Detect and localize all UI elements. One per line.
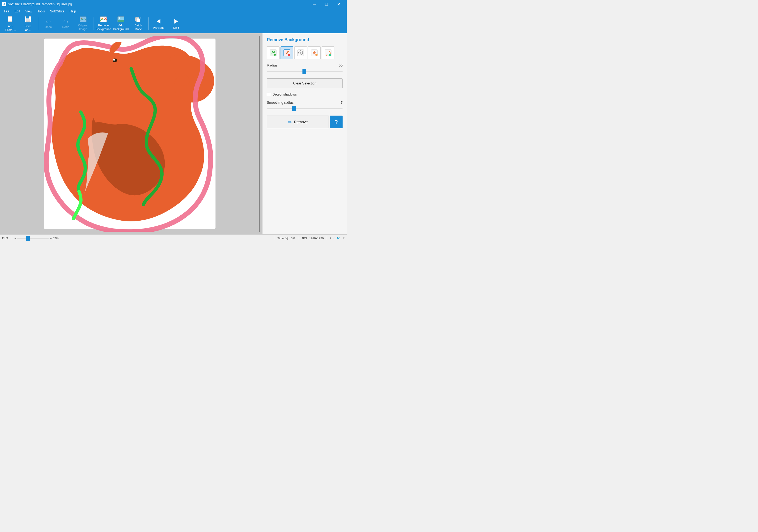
- svg-rect-4: [26, 17, 29, 18]
- zoom-slider[interactable]: [17, 236, 49, 240]
- help-button[interactable]: ?: [330, 116, 343, 128]
- status-right: Time (s): 0.0 JPG 1920x1920 ℹ f 🐦 ↗: [273, 236, 345, 240]
- previous-button[interactable]: Previous: [150, 15, 167, 32]
- next-button[interactable]: Next: [168, 15, 185, 32]
- facebook-icon[interactable]: f: [333, 237, 334, 240]
- next-icon: [173, 18, 179, 26]
- remove-area: ⇒ Remove ?: [267, 116, 343, 128]
- svg-rect-0: [8, 17, 12, 22]
- next-label: Next: [173, 26, 179, 29]
- window-title: SoftOrbits Background Remover - squirrel…: [8, 2, 72, 6]
- batch-mode-label: Batch Mode: [135, 24, 142, 31]
- original-image-label: Original Image: [78, 24, 88, 31]
- title-bar: S SoftOrbits Background Remover - squirr…: [0, 0, 347, 9]
- add-bg-label: Add Background: [113, 24, 129, 31]
- svg-point-30: [300, 52, 301, 53]
- view-mode-icons: ⊡ ⊞: [2, 236, 8, 240]
- radius-label: Radius: [267, 63, 277, 67]
- eraser-button[interactable]: [294, 47, 307, 59]
- remove-button-label: Remove: [294, 120, 308, 124]
- svg-text:⚡: ⚡: [316, 54, 318, 56]
- format-value: JPG: [301, 237, 307, 240]
- batch-mode-button[interactable]: Batch Mode: [130, 15, 147, 32]
- smoothing-radius-slider[interactable]: [267, 106, 343, 111]
- redo-label: Redo: [62, 25, 69, 28]
- previous-label: Previous: [153, 26, 164, 29]
- menu-bar: File Edit View Tools SoftOrbits Help: [0, 9, 347, 14]
- sep2: [93, 17, 93, 30]
- canvas-area[interactable]: [0, 33, 262, 234]
- close-button[interactable]: ✕: [332, 0, 345, 9]
- squirrel-image: [3, 36, 260, 232]
- time-value: 0.0: [291, 237, 295, 240]
- panel-title: Remove Background: [267, 38, 343, 42]
- time-label: Time (s):: [277, 237, 289, 240]
- radius-section: Radius 50: [267, 63, 343, 74]
- svg-rect-5: [26, 19, 30, 22]
- smoothing-radius-slider-container: [267, 106, 343, 111]
- menu-view[interactable]: View: [23, 9, 34, 14]
- svg-rect-13: [118, 20, 124, 22]
- svg-point-7: [81, 18, 83, 19]
- save-as-label: Save as...: [24, 24, 31, 31]
- zoom-section: − + 32%: [15, 236, 61, 240]
- menu-edit[interactable]: Edit: [13, 9, 22, 14]
- previous-icon: [155, 18, 162, 26]
- remove-brush-button[interactable]: [281, 47, 293, 59]
- menu-help[interactable]: Help: [67, 9, 78, 14]
- smoothing-radius-label: Smoothing radius: [267, 101, 293, 105]
- add-bg-icon: [118, 17, 124, 23]
- original-image-button[interactable]: Original Image: [75, 15, 91, 32]
- svg-point-17: [139, 17, 142, 19]
- maximize-button[interactable]: □: [321, 0, 332, 9]
- remove-button[interactable]: ⇒ Remove: [267, 116, 329, 128]
- svg-point-9: [102, 18, 103, 19]
- menu-softorbits[interactable]: SoftOrbits: [48, 9, 66, 14]
- add-bg-button[interactable]: Add Background: [113, 15, 129, 32]
- svg-marker-18: [157, 19, 160, 23]
- menu-tools[interactable]: Tools: [35, 9, 47, 14]
- zoom-out-icon[interactable]: −: [15, 237, 16, 240]
- sep1: [38, 17, 38, 30]
- status-div4: [327, 236, 327, 240]
- share-icon[interactable]: ↗: [342, 236, 345, 240]
- actual-size-icon[interactable]: ⊞: [6, 236, 8, 240]
- add-file-label: Add File(s)...: [5, 24, 16, 31]
- twitter-icon[interactable]: 🐦: [336, 236, 340, 240]
- remove-arrow-icon: ⇒: [288, 119, 292, 125]
- magic-wand-button[interactable]: ⚡: [308, 47, 321, 59]
- sep3: [148, 17, 149, 30]
- tool-buttons-row: ⚡: [267, 47, 343, 59]
- save-as-icon: [24, 16, 32, 24]
- smoothing-radius-value: 7: [341, 101, 343, 105]
- add-file-button[interactable]: Add File(s)...: [2, 15, 19, 32]
- zoom-value: 32%: [53, 237, 61, 240]
- keep-brush-button[interactable]: [267, 47, 280, 59]
- add-file-icon: [7, 16, 14, 24]
- smoothing-radius-section: Smoothing radius 7: [267, 101, 343, 111]
- detect-shadows-checkbox[interactable]: [267, 93, 270, 96]
- minimize-button[interactable]: ─: [308, 0, 321, 9]
- canvas-divider[interactable]: [258, 36, 260, 232]
- remove-bg-label: Remove Background: [96, 24, 111, 31]
- fit-view-icon[interactable]: ⊡: [2, 236, 5, 240]
- zoom-in-icon[interactable]: +: [50, 237, 52, 240]
- help-icon: ?: [335, 119, 338, 125]
- remove-bg-button[interactable]: Remove Background: [95, 15, 112, 32]
- menu-file[interactable]: File: [2, 9, 11, 14]
- undo-label: Undo: [45, 25, 52, 28]
- info-icon[interactable]: ℹ: [330, 236, 331, 240]
- radius-value: 50: [339, 63, 343, 67]
- restore-button[interactable]: [322, 47, 334, 59]
- clear-selection-button[interactable]: Clear Selection: [267, 78, 343, 88]
- detect-shadows-label[interactable]: Detect shadows: [272, 92, 297, 96]
- redo-icon: ↪: [63, 19, 68, 25]
- undo-button[interactable]: ↩ Undo: [40, 15, 57, 32]
- main-layout: Remove Background: [0, 33, 347, 234]
- radius-slider-container: [267, 69, 343, 74]
- radius-slider[interactable]: [267, 69, 343, 74]
- save-as-button[interactable]: Save as...: [19, 15, 36, 32]
- redo-button[interactable]: ↪ Redo: [57, 15, 74, 32]
- svg-point-21: [113, 59, 117, 62]
- status-div2: [274, 236, 274, 240]
